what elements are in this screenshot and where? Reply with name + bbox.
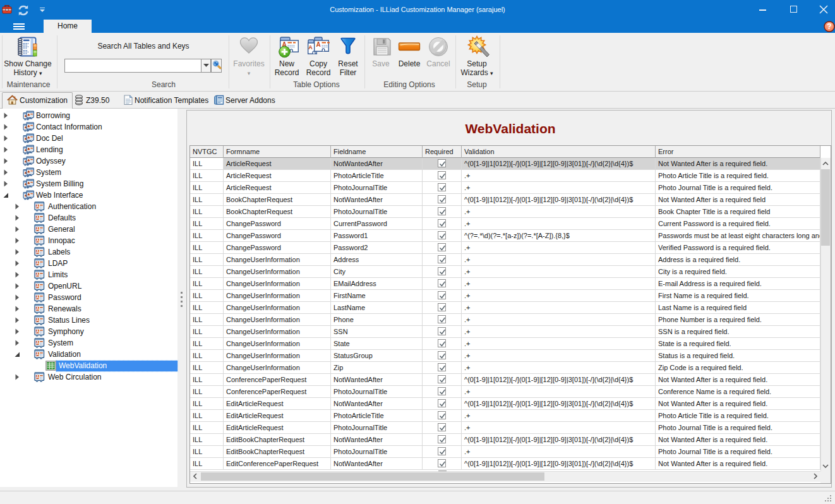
svg-text:A: A bbox=[36, 261, 39, 265]
svg-text:?: ? bbox=[827, 22, 831, 31]
svg-text:A: A bbox=[36, 284, 39, 288]
svg-text:A: A bbox=[36, 340, 39, 345]
svg-text:A: A bbox=[36, 227, 39, 231]
svg-text:A: A bbox=[36, 352, 39, 356]
svg-text:A: A bbox=[308, 44, 313, 51]
svg-text:A: A bbox=[36, 375, 39, 379]
svg-text:A: A bbox=[36, 295, 39, 299]
svg-text:A: A bbox=[36, 329, 39, 333]
svg-text:A: A bbox=[36, 318, 39, 322]
svg-text:A: A bbox=[36, 272, 39, 277]
svg-text:A: A bbox=[36, 238, 39, 243]
svg-text:A: A bbox=[36, 249, 39, 254]
svg-text:A: A bbox=[316, 41, 320, 48]
svg-text:A: A bbox=[36, 204, 39, 208]
svg-text:A: A bbox=[36, 215, 39, 220]
svg-text:A: A bbox=[36, 306, 39, 311]
